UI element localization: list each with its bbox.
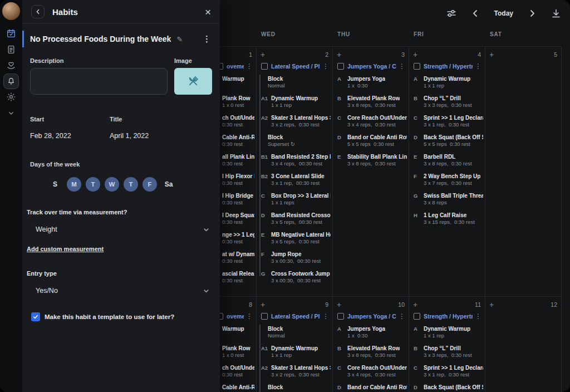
cell-header: +4 bbox=[409, 47, 485, 60]
habits-header: Habits × bbox=[22, 0, 220, 24]
exercise-body: Warmup bbox=[222, 75, 244, 89]
workout-menu-icon[interactable]: ⋮ bbox=[396, 312, 405, 320]
exercise-sets: 0:30 rest bbox=[222, 180, 254, 187]
exercise-sets bbox=[222, 82, 244, 89]
workout-title[interactable]: Jumpers Yoga / Core bbox=[347, 313, 396, 320]
workout-menu-icon[interactable]: ⋮ bbox=[244, 62, 253, 70]
measurement-value: Weight bbox=[36, 226, 57, 233]
workout-checkbox[interactable] bbox=[414, 63, 420, 70]
filter-sliders-icon[interactable] bbox=[446, 8, 456, 18]
exercise-sets: 3 x 4 reps, 0:30 rest bbox=[347, 121, 407, 128]
sidebar-item-documents[interactable] bbox=[0, 42, 22, 58]
add-workout-button[interactable]: + bbox=[337, 51, 341, 58]
workout-checkbox[interactable] bbox=[414, 313, 420, 320]
exercise-body: l Hip Bridge w/ ...0:30 rest bbox=[222, 192, 254, 206]
template-checkbox-row[interactable]: Make this habit a template to use for la… bbox=[22, 312, 220, 321]
day-thursday[interactable]: T bbox=[121, 177, 140, 192]
start-date-value[interactable]: Feb 28, 2022 bbox=[30, 132, 110, 140]
workout-menu-icon[interactable]: ⋮ bbox=[473, 312, 481, 320]
add-custom-measurement-link[interactable]: Add custom measurement bbox=[22, 246, 220, 252]
end-date-value[interactable]: April 1, 2022 bbox=[110, 132, 189, 140]
workout-menu-icon[interactable]: ⋮ bbox=[473, 62, 481, 70]
add-workout-button[interactable]: + bbox=[489, 301, 494, 308]
add-workout-button[interactable]: + bbox=[413, 301, 417, 308]
workout-checkbox[interactable] bbox=[261, 63, 268, 70]
avatar[interactable] bbox=[2, 2, 20, 20]
back-button[interactable] bbox=[31, 5, 45, 18]
description-input[interactable] bbox=[30, 68, 168, 95]
exercise-sets: 3 x 2 reps, 0:30 rest bbox=[271, 371, 331, 378]
habit-menu-icon[interactable]: ⋮ bbox=[203, 34, 211, 44]
measurement-select[interactable]: Weight bbox=[22, 226, 220, 233]
habit-image[interactable] bbox=[174, 68, 212, 95]
workout-menu-icon[interactable]: ⋮ bbox=[320, 62, 329, 70]
panel-title: Habits bbox=[52, 7, 78, 17]
day-saturday[interactable]: Sa bbox=[159, 177, 178, 192]
day-tuesday[interactable]: T bbox=[83, 177, 102, 192]
workout-menu-icon[interactable]: ⋮ bbox=[396, 62, 405, 70]
chevron-down-icon bbox=[203, 226, 210, 233]
close-icon[interactable]: × bbox=[205, 7, 211, 17]
workout-title[interactable]: Strength / Hypertro... bbox=[424, 63, 473, 70]
template-checkbox[interactable] bbox=[31, 312, 40, 321]
sidebar-item-settings[interactable] bbox=[0, 89, 22, 105]
add-workout-button[interactable]: + bbox=[337, 301, 341, 308]
workout-title[interactable]: Lateral Speed / Plyo bbox=[271, 63, 320, 70]
exercise-sets: 3 x 1 rep, 0:30 rest bbox=[424, 371, 483, 378]
add-workout-button[interactable]: + bbox=[489, 51, 494, 58]
chevron-down-icon bbox=[7, 109, 16, 117]
date-number: 10 bbox=[398, 301, 405, 308]
date-number: 12 bbox=[551, 301, 557, 308]
exercise-sets: 0:30 rest bbox=[222, 121, 254, 128]
workout-title[interactable]: Strength / Hypertro... bbox=[424, 313, 473, 320]
exercise-label: A1 bbox=[261, 95, 271, 109]
add-workout-button[interactable]: + bbox=[261, 51, 265, 58]
add-workout-button[interactable]: + bbox=[261, 301, 265, 308]
exercise-name: l Hip Flexor Rais... bbox=[222, 173, 254, 180]
prev-week-icon[interactable] bbox=[471, 9, 480, 18]
block-header: BlockNormal bbox=[257, 325, 331, 339]
calendar-cell: +11Strength / Hypertro...⋮ADynamic Warmu… bbox=[409, 297, 485, 392]
exercise-name: nge >> 1 Leg St... bbox=[222, 231, 254, 238]
workout-checkbox[interactable] bbox=[337, 63, 344, 70]
day-monday[interactable]: M bbox=[65, 177, 83, 192]
exercise-name: 1 Leg Calf Raise bbox=[424, 212, 475, 219]
exercise-name: Elevated Plank Row bbox=[347, 345, 400, 352]
entry-type-select[interactable]: Yes/No bbox=[22, 287, 220, 295]
heart-hands-icon bbox=[6, 60, 16, 70]
date-number: 2 bbox=[325, 51, 328, 58]
exercise-body: Jumpers Yoga1 x 0:30 bbox=[347, 75, 385, 89]
exercise-body: ch Out/Under0:30 rest bbox=[222, 364, 254, 378]
exercise-sets: 1 x 1 rep bbox=[271, 102, 318, 109]
workout-title[interactable]: ovement Q... bbox=[227, 313, 244, 320]
day-friday[interactable]: F bbox=[140, 177, 159, 192]
next-week-icon[interactable] bbox=[528, 9, 537, 18]
sidebar-item-health[interactable] bbox=[0, 57, 22, 74]
workout-menu-icon[interactable]: ⋮ bbox=[244, 312, 253, 320]
day-wednesday[interactable]: W bbox=[102, 177, 121, 192]
exercise-sets: 0:30 rest bbox=[222, 141, 254, 148]
sidebar-item-habits[interactable] bbox=[0, 74, 22, 90]
calendar-cell: +9Lateral Speed / Plyo⋮BlockNormalA1Dyna… bbox=[257, 297, 333, 392]
workout-checkbox[interactable] bbox=[337, 313, 344, 320]
today-button[interactable]: Today bbox=[494, 9, 513, 17]
workout-checkbox[interactable] bbox=[261, 313, 268, 320]
add-workout-button[interactable]: + bbox=[413, 51, 417, 58]
exercise-sets: 1 x 0:30 bbox=[347, 332, 385, 339]
download-icon[interactable] bbox=[551, 8, 561, 18]
workout-title[interactable]: Lateral Speed / Plyo bbox=[271, 313, 320, 320]
workout-menu-icon[interactable]: ⋮ bbox=[320, 312, 329, 320]
entry-type-value: Yes/No bbox=[36, 287, 58, 295]
workout-title[interactable]: Jumpers Yoga / Core bbox=[347, 63, 396, 70]
exercise-name: Sprint >> 1 Leg Declarations bbox=[424, 364, 483, 371]
sidebar-expand[interactable] bbox=[0, 105, 22, 121]
day-sunday[interactable]: S bbox=[46, 177, 65, 192]
template-checkbox-label: Make this habit a template to use for la… bbox=[45, 313, 174, 320]
workout-title[interactable]: ovement Q... bbox=[227, 63, 244, 70]
exercise-body: 3 Cone Lateral Slide3 x 1 rep, 00:30 res… bbox=[271, 173, 325, 187]
edit-icon[interactable]: ✎ bbox=[176, 35, 183, 43]
exercise-name: Warmup bbox=[222, 75, 244, 82]
exercise-name: 2 Way Bench Step Up bbox=[424, 173, 480, 180]
sidebar-item-calendar[interactable] bbox=[0, 26, 22, 42]
cell-header: +5 bbox=[485, 47, 561, 60]
